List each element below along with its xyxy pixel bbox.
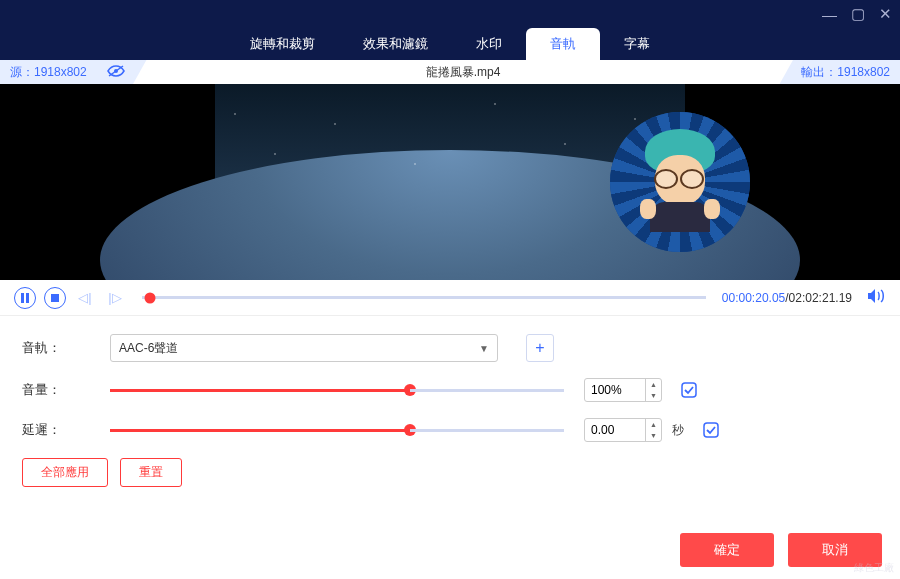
reset-button[interactable]: 重置 (120, 458, 182, 487)
volume-slider-handle[interactable] (404, 384, 416, 396)
tab-watermark[interactable]: 水印 (452, 28, 526, 60)
progress-bar[interactable] (142, 296, 706, 299)
volume-input[interactable] (585, 383, 645, 397)
video-preview (0, 84, 900, 280)
chevron-down-icon: ▼ (479, 343, 489, 354)
volume-down-stepper[interactable]: ▼ (646, 390, 661, 401)
svg-rect-5 (682, 383, 696, 397)
tab-rotate-crop[interactable]: 旋轉和裁剪 (226, 28, 339, 60)
add-track-button[interactable]: + (526, 334, 554, 362)
delay-slider-handle[interactable] (404, 424, 416, 436)
tab-audio-track[interactable]: 音軌 (526, 28, 600, 60)
svg-rect-3 (26, 293, 29, 303)
pause-button[interactable] (14, 287, 36, 309)
progress-handle[interactable] (145, 292, 156, 303)
delay-label: 延遲： (22, 421, 100, 439)
delay-down-stepper[interactable]: ▼ (646, 430, 661, 441)
delay-apply-icon[interactable] (702, 421, 720, 439)
svg-rect-6 (704, 423, 718, 437)
prev-frame-button[interactable]: ◁| (74, 287, 96, 309)
output-info: 輸出：1918x802 (779, 60, 900, 85)
close-button[interactable]: ✕ (879, 5, 892, 23)
track-select[interactable]: AAC-6聲道 ▼ (110, 334, 498, 362)
delay-input[interactable] (585, 423, 645, 437)
minimize-button[interactable]: — (822, 6, 837, 23)
volume-label: 音量： (22, 381, 100, 399)
tab-subtitle[interactable]: 字幕 (600, 28, 674, 60)
volume-up-stepper[interactable]: ▲ (646, 379, 661, 390)
volume-slider[interactable] (110, 389, 410, 392)
source-info: 源：1918x802 (0, 60, 147, 85)
svg-rect-4 (51, 294, 59, 302)
delay-up-stepper[interactable]: ▲ (646, 419, 661, 430)
ok-button[interactable]: 確定 (680, 533, 774, 567)
cancel-button[interactable]: 取消 (788, 533, 882, 567)
delay-unit: 秒 (672, 422, 684, 439)
track-label: 音軌： (22, 339, 100, 357)
stop-button[interactable] (44, 287, 66, 309)
volume-icon[interactable] (868, 288, 886, 308)
filename-label: 龍捲風暴.mp4 (147, 64, 780, 81)
tab-effects-filter[interactable]: 效果和濾鏡 (339, 28, 452, 60)
avatar-overlay (610, 112, 750, 252)
tab-bar: 旋轉和裁剪 效果和濾鏡 水印 音軌 字幕 (0, 28, 900, 60)
maximize-button[interactable]: ▢ (851, 5, 865, 23)
next-frame-button[interactable]: |▷ (104, 287, 126, 309)
delay-slider[interactable] (110, 429, 410, 432)
svg-rect-2 (21, 293, 24, 303)
apply-all-button[interactable]: 全部應用 (22, 458, 108, 487)
visibility-toggle-icon[interactable] (107, 64, 125, 81)
volume-apply-icon[interactable] (680, 381, 698, 399)
time-display: 00:00:20.05/02:02:21.19 (722, 291, 852, 305)
